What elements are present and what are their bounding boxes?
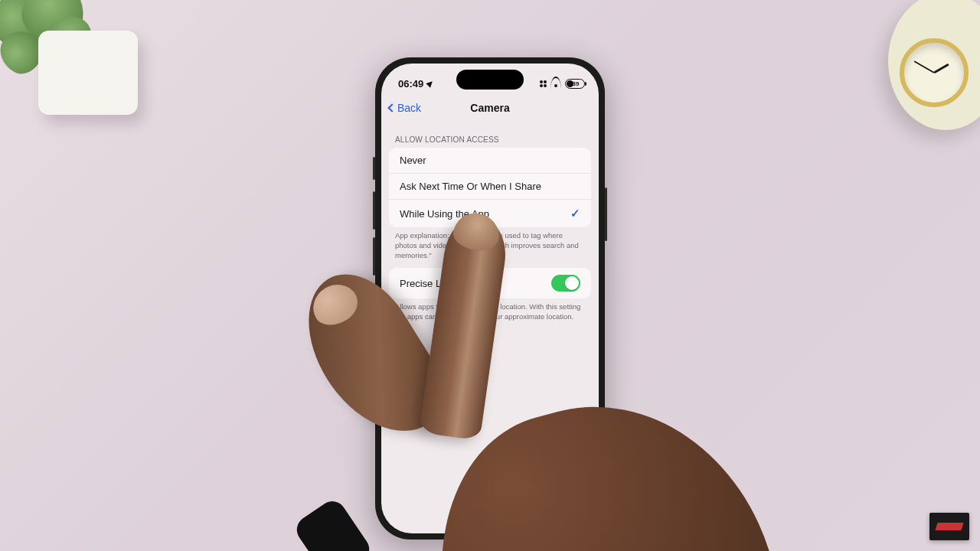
location-option-while-using[interactable]: While Using the App ✓ [389, 200, 591, 227]
back-label: Back [397, 102, 421, 114]
location-explanation-footer: App explanation: "Your location is used … [381, 227, 599, 268]
settings-content[interactable]: ALLOW LOCATION ACCESS Never Ask Next Tim… [381, 122, 599, 533]
decorative-plant [0, 0, 145, 138]
status-time: 06:49 [398, 78, 423, 90]
option-label: Never [400, 155, 426, 166]
home-indicator[interactable] [452, 526, 528, 529]
location-access-header: ALLOW LOCATION ACCESS [381, 126, 599, 148]
navigation-bar: Back Camera [381, 94, 599, 122]
decorative-clock [888, 0, 980, 130]
option-label: Ask Next Time Or When I Share [400, 181, 541, 192]
precise-location-label: Precise Location [400, 278, 473, 289]
phone-screen: 06:49 39 Back Camera [381, 64, 599, 533]
battery-percentage: 39 [567, 80, 585, 87]
phone-device: 06:49 39 Back Camera [375, 57, 605, 540]
location-access-group: Never Ask Next Time Or When I Share Whil… [389, 148, 591, 227]
location-option-ask[interactable]: Ask Next Time Or When I Share [389, 174, 591, 200]
precise-location-footer: Allows apps to use your specific locatio… [381, 298, 599, 330]
back-button[interactable]: Back [389, 102, 421, 114]
cellular-signal-icon [540, 80, 547, 87]
wifi-icon [550, 80, 561, 87]
checkmark-icon: ✓ [570, 207, 580, 220]
option-label: While Using the App [400, 208, 489, 220]
watermark-badge [929, 513, 969, 540]
precise-location-toggle[interactable] [551, 275, 580, 292]
chevron-left-icon [387, 103, 396, 112]
precise-location-group: Precise Location [389, 268, 591, 298]
precise-location-row[interactable]: Precise Location [389, 268, 591, 298]
battery-icon: 39 [565, 79, 585, 89]
location-option-never[interactable]: Never [389, 148, 591, 174]
location-services-icon [426, 79, 435, 87]
dynamic-island [456, 70, 524, 90]
page-title: Camera [470, 102, 509, 114]
